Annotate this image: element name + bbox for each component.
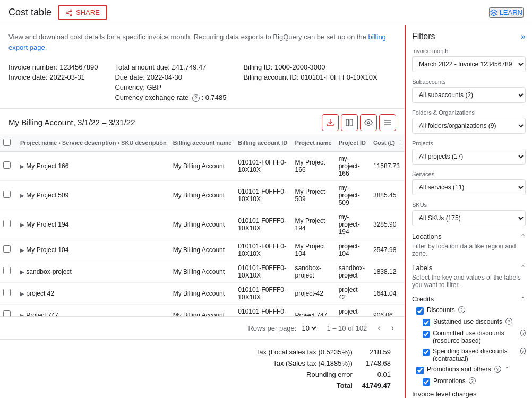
- row-project-name: project-42: [292, 282, 336, 304]
- row-expand-arrow[interactable]: ▶: [20, 222, 24, 228]
- labels-filter: Labels ⌃ Select the key and values of th…: [412, 264, 526, 289]
- discounts-help-icon[interactable]: ?: [458, 306, 465, 313]
- download-button[interactable]: [322, 114, 339, 131]
- row-expand-arrow[interactable]: ▶: [20, 247, 24, 253]
- th-project-name[interactable]: Project name: [292, 134, 336, 152]
- row-checkbox-cell[interactable]: [0, 239, 17, 261]
- locations-toggle[interactable]: Locations ⌃: [412, 232, 526, 240]
- rows-select-dropdown[interactable]: 10 25 50: [299, 324, 318, 333]
- row-billing-account: My Billing Account: [170, 210, 235, 239]
- invoice-date-row: Invoice date: 2022-03-31: [8, 73, 98, 81]
- share-button[interactable]: SHARE: [58, 5, 107, 20]
- exchange-help-icon[interactable]: ?: [192, 94, 200, 102]
- sustained-checkbox[interactable]: [423, 319, 430, 326]
- row-cost: 1838.12: [370, 261, 405, 282]
- columns-button[interactable]: [341, 114, 358, 131]
- row-billing-account: My Billing Account: [170, 180, 235, 210]
- svg-rect-7: [350, 119, 353, 126]
- view-toggle-button[interactable]: [360, 114, 377, 131]
- billing-id-value: 1000-2000-3000: [274, 63, 325, 71]
- subaccounts-select[interactable]: All subaccounts (2): [412, 87, 526, 103]
- row-billing-id: 010101-F0FFF0-10X10X: [235, 261, 291, 282]
- row-checkbox[interactable]: [3, 245, 11, 253]
- row-checkbox[interactable]: [3, 220, 11, 227]
- promotions-chevron[interactable]: ⌃: [504, 366, 510, 373]
- sidebar-collapse-button[interactable]: »: [521, 32, 526, 41]
- view-icon: [364, 118, 373, 127]
- select-all-checkbox[interactable]: [3, 139, 11, 146]
- th-cost[interactable]: Cost (£) ↓: [370, 134, 405, 152]
- cost-sort-icon: ↓: [399, 140, 401, 146]
- row-checkbox[interactable]: [3, 161, 11, 169]
- row-checkbox-cell[interactable]: [0, 282, 17, 304]
- row-project-id: project-747: [336, 304, 370, 316]
- content-area: View and download cost details for a spe…: [0, 25, 405, 398]
- row-billing-account: My Billing Account: [170, 282, 235, 304]
- row-checkbox-cell[interactable]: [0, 304, 17, 316]
- footer-totals: Tax (Local sales tax (0.5235%)) 218.59 T…: [0, 339, 405, 398]
- spending-help-icon[interactable]: ?: [520, 348, 526, 354]
- table-row: ▶ project 42 My Billing Account 010101-F…: [0, 282, 405, 304]
- folders-select[interactable]: All folders/organizations (9): [412, 118, 526, 134]
- filters-sidebar: Filters » Invoice month March 2022 - Inv…: [405, 25, 532, 398]
- due-date-row: Due date: 2022-04-30: [115, 73, 226, 81]
- row-project-id: my-project-194: [336, 210, 370, 239]
- row-expand-arrow[interactable]: ▶: [20, 291, 24, 297]
- next-page-button[interactable]: ›: [389, 322, 396, 334]
- due-date-value: 2022-04-30: [147, 73, 182, 81]
- share-label: SHARE: [76, 8, 100, 16]
- row-checkbox-cell[interactable]: [0, 261, 17, 282]
- row-checkbox-cell[interactable]: [0, 210, 17, 239]
- th-project-desc[interactable]: Project name › Service description › SKU…: [17, 134, 170, 152]
- promotions-checkbox[interactable]: [416, 367, 424, 374]
- total-amount-row: Total amount due: £41,749.47: [115, 63, 226, 71]
- row-checkbox[interactable]: [3, 289, 11, 296]
- row-expand-arrow[interactable]: ▶: [20, 163, 24, 169]
- th-billing-id[interactable]: Billing account ID: [235, 134, 291, 152]
- promotions-help-icon[interactable]: ?: [494, 366, 501, 373]
- committed-checkbox[interactable]: [423, 331, 430, 338]
- promotions-sub-help-icon[interactable]: ?: [469, 377, 476, 384]
- services-select[interactable]: All services (11): [412, 179, 526, 195]
- sustained-help-icon[interactable]: ?: [505, 318, 512, 325]
- sustained-label: Sustained use discounts: [433, 318, 502, 325]
- credits-chevron[interactable]: ⌃: [520, 296, 526, 303]
- prev-page-button[interactable]: ‹: [375, 322, 382, 334]
- row-checkbox-cell[interactable]: [0, 151, 17, 180]
- row-billing-account: My Billing Account: [170, 151, 235, 180]
- th-checkbox[interactable]: [0, 134, 17, 152]
- th-billing-account[interactable]: Billing account name: [170, 134, 235, 152]
- invoice-charges-label: Invoice level charges: [412, 390, 526, 398]
- row-project-name: Project 747: [292, 304, 336, 316]
- projects-select[interactable]: All projects (17): [412, 149, 526, 165]
- invoice-month-select[interactable]: March 2022 - Invoice 1234567890: [412, 56, 526, 72]
- discounts-checkbox[interactable]: [416, 307, 424, 315]
- committed-help-icon[interactable]: ?: [520, 330, 526, 336]
- description-text-after: .: [45, 44, 47, 51]
- promotions-sub-checkbox[interactable]: [423, 378, 430, 386]
- skus-label: SKUs: [412, 202, 526, 208]
- row-checkbox[interactable]: [3, 267, 11, 274]
- group-button[interactable]: [379, 114, 396, 131]
- locations-chevron: ⌃: [520, 233, 526, 240]
- skus-select[interactable]: All SKUs (175): [412, 210, 526, 226]
- learn-button[interactable]: LEARN: [489, 7, 524, 18]
- row-expand-arrow[interactable]: ▶: [20, 193, 24, 198]
- spending-checkbox[interactable]: [423, 349, 430, 356]
- row-project-id: project-104: [336, 239, 370, 261]
- row-expand-arrow[interactable]: ▶: [20, 313, 24, 316]
- row-checkbox[interactable]: [3, 310, 11, 316]
- svg-point-1: [66, 12, 68, 14]
- row-cost: 3885.45: [370, 180, 405, 210]
- row-expand-arrow[interactable]: ▶: [20, 269, 24, 275]
- row-checkbox[interactable]: [3, 191, 11, 198]
- tax-sales-value: 1748.68: [358, 358, 395, 368]
- row-cost: 3285.90: [370, 210, 405, 239]
- th-project-id[interactable]: Project ID: [336, 134, 370, 152]
- data-table-wrap: Project name › Service description › SKU…: [0, 134, 405, 316]
- row-checkbox-cell[interactable]: [0, 180, 17, 210]
- labels-toggle[interactable]: Labels ⌃: [412, 264, 526, 272]
- share-icon: [65, 9, 73, 16]
- col-project-desc: Project name › Service description › SKU…: [20, 140, 167, 146]
- table-header-bar: My Billing Account, 3/1/22 – 3/31/22: [0, 109, 405, 134]
